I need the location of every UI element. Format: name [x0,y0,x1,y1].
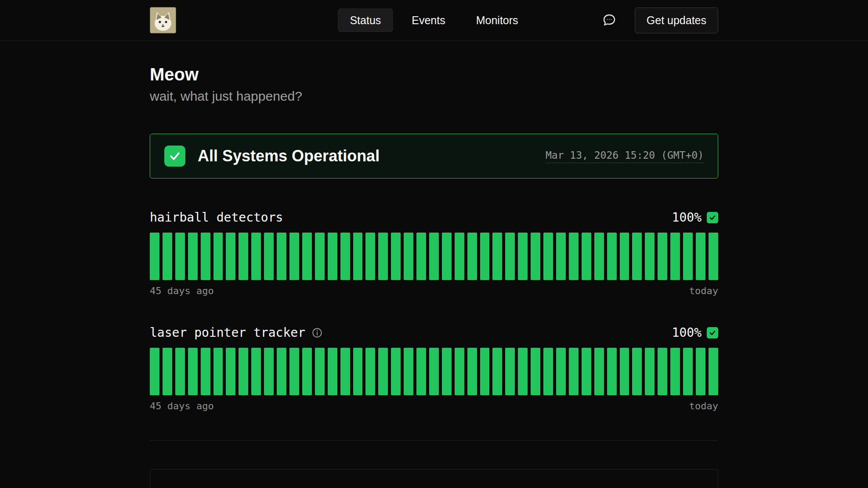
uptime-bar[interactable] [150,233,159,280]
uptime-bar[interactable] [670,233,680,280]
uptime-bar[interactable] [378,233,388,280]
uptime-bar[interactable] [607,233,617,280]
uptime-bar[interactable] [556,233,566,280]
uptime-bar[interactable] [455,348,464,395]
uptime-bar[interactable] [620,348,629,395]
uptime-bar[interactable] [150,348,159,395]
uptime-bar[interactable] [188,348,198,395]
uptime-bar[interactable] [391,233,401,280]
uptime-bar[interactable] [328,348,337,395]
uptime-bar[interactable] [582,348,591,395]
uptime-bar[interactable] [289,233,299,280]
uptime-bar[interactable] [365,348,375,395]
uptime-bar[interactable] [340,233,350,280]
uptime-bar[interactable] [480,233,490,280]
uptime-bar[interactable] [163,348,172,395]
uptime-bar[interactable] [404,348,413,395]
uptime-bar[interactable] [404,233,413,280]
uptime-bar[interactable] [645,348,655,395]
uptime-bar[interactable] [188,233,198,280]
uptime-bar[interactable] [378,348,388,395]
uptime-bar[interactable] [365,233,375,280]
uptime-bar[interactable] [251,233,261,280]
uptime-bar[interactable] [645,233,655,280]
cat-logo[interactable] [150,7,176,33]
uptime-bar[interactable] [492,233,502,280]
uptime-bar[interactable] [531,348,540,395]
uptime-bar[interactable] [594,233,604,280]
uptime-bar[interactable] [607,348,617,395]
uptime-bar[interactable] [353,348,363,395]
uptime-bar[interactable] [315,348,325,395]
info-icon[interactable] [311,327,323,339]
status-timestamp[interactable]: Mar 13, 2026 15:20 (GMT+0) [546,149,704,163]
uptime-bar[interactable] [442,233,452,280]
nav-tab-events[interactable]: Events [400,9,457,32]
uptime-bar[interactable] [213,348,223,395]
uptime-bar[interactable] [467,348,477,395]
uptime-bar[interactable] [315,233,325,280]
uptime-bar[interactable] [492,348,502,395]
uptime-bar[interactable] [239,233,248,280]
uptime-bar[interactable] [442,348,452,395]
uptime-bar[interactable] [531,233,540,280]
uptime-bar[interactable] [239,348,248,395]
uptime-bar[interactable] [543,348,553,395]
uptime-bar[interactable] [163,233,172,280]
uptime-bar[interactable] [658,348,667,395]
uptime-bar[interactable] [467,233,477,280]
uptime-bar[interactable] [201,233,210,280]
uptime-bar[interactable] [696,348,705,395]
uptime-bar[interactable] [328,233,337,280]
get-updates-button[interactable]: Get updates [635,7,718,33]
uptime-bar[interactable] [353,233,363,280]
uptime-bar[interactable] [416,348,426,395]
uptime-bar[interactable] [416,233,426,280]
uptime-bar[interactable] [658,233,667,280]
uptime-bar[interactable] [569,233,579,280]
uptime-bar[interactable] [391,348,401,395]
uptime-bar[interactable] [264,233,274,280]
uptime-bar[interactable] [594,348,604,395]
uptime-bar[interactable] [505,348,515,395]
chat-bubble-button[interactable] [599,10,620,31]
uptime-bar[interactable] [582,233,591,280]
uptime-bars [150,348,718,395]
uptime-bar[interactable] [569,348,579,395]
nav-tab-status[interactable]: Status [338,9,393,32]
uptime-bar[interactable] [709,348,718,395]
uptime-bar[interactable] [518,348,528,395]
uptime-bar[interactable] [518,233,528,280]
uptime-bar[interactable] [289,348,299,395]
uptime-bar[interactable] [226,233,235,280]
uptime-bar[interactable] [226,348,235,395]
uptime-bar[interactable] [543,233,553,280]
uptime-bar[interactable] [683,233,693,280]
uptime-bar[interactable] [251,348,261,395]
uptime-bar[interactable] [505,233,515,280]
uptime-bar[interactable] [556,348,566,395]
uptime-bar[interactable] [213,233,223,280]
uptime-bar[interactable] [340,348,350,395]
uptime-bar[interactable] [175,233,185,280]
uptime-bar[interactable] [302,233,312,280]
uptime-bar[interactable] [670,348,680,395]
uptime-bar[interactable] [277,233,286,280]
uptime-bar[interactable] [480,348,490,395]
nav-tab-monitors[interactable]: Monitors [464,9,530,32]
uptime-bar[interactable] [175,348,185,395]
uptime-bar[interactable] [696,233,705,280]
uptime-bar[interactable] [632,348,642,395]
uptime-bar[interactable] [277,348,286,395]
uptime-bar[interactable] [302,348,312,395]
uptime-bar[interactable] [429,233,439,280]
uptime-bar[interactable] [620,233,629,280]
uptime-bar[interactable] [429,348,439,395]
uptime-bar[interactable] [455,233,464,280]
uptime-bar[interactable] [264,348,274,395]
uptime-bar[interactable] [683,348,693,395]
uptime-bar[interactable] [201,348,210,395]
uptime-bar[interactable] [709,233,718,280]
nav-right-group: Get updates [599,7,718,33]
uptime-bar[interactable] [632,233,642,280]
